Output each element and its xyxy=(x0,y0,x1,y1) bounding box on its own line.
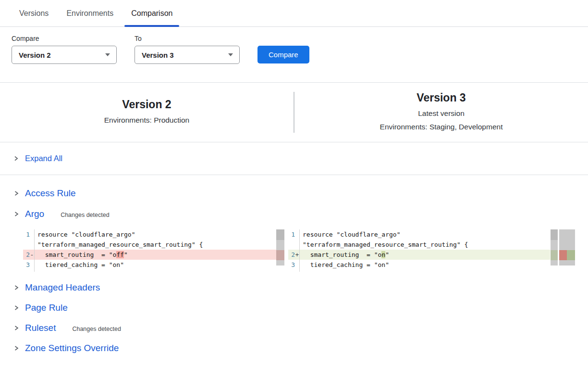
expand-all-label: Expand All xyxy=(25,154,62,163)
diff-line-wrap: "terraform_managed_resource_smart_routin… xyxy=(23,240,276,250)
version-left-header: Version 2 Environments: Production xyxy=(0,98,294,126)
diff-code-left: 1 resource "cloudflare_argo" "terraform_… xyxy=(23,229,276,272)
compare-to-select[interactable]: Version 3 xyxy=(135,46,240,64)
tab-comparison[interactable]: Comparison xyxy=(124,0,179,26)
scrollbar-thumb[interactable] xyxy=(276,229,284,240)
scrollbar-diff-marker xyxy=(276,250,284,260)
compare-from-label: Compare xyxy=(12,35,117,42)
line-number: 3 xyxy=(288,260,300,270)
line-number xyxy=(288,240,300,250)
section-label: Ruleset xyxy=(25,323,56,333)
diff-line-clipped: } xyxy=(23,270,276,272)
section-label: Zone Settings Override xyxy=(25,343,119,354)
chevron-right-icon xyxy=(13,325,19,331)
diff-line-clipped: } xyxy=(288,270,550,272)
section-label: Page Rule xyxy=(25,303,68,313)
chevron-right-icon xyxy=(13,211,19,217)
argo-diff-viewer: 1 resource "cloudflare_argo" "terraform_… xyxy=(23,229,575,272)
expand-all-toggle[interactable]: Expand All xyxy=(0,142,588,175)
chevron-down-icon xyxy=(228,53,233,56)
minimap-diff-marker xyxy=(559,250,575,260)
version-right-environments: Environments: Staging, Development xyxy=(294,120,588,133)
section-page-rule[interactable]: Page Rule xyxy=(13,303,588,313)
line-number xyxy=(23,240,35,250)
minimap-added-marker xyxy=(567,250,575,260)
compare-from-select[interactable]: Version 2 xyxy=(12,46,117,64)
line-number xyxy=(23,270,35,272)
diff-line: 3 tiered_caching = "on" xyxy=(288,260,550,270)
line-number xyxy=(288,270,300,272)
section-label: Managed Headers xyxy=(25,282,100,293)
diff-code-right: 1 resource "cloudflare_argo" "terraform_… xyxy=(288,229,550,272)
compare-from-field: Compare Version 2 xyxy=(12,35,117,64)
diff-line-wrap: "terraform_managed_resource_smart_routin… xyxy=(288,240,550,250)
changed-word: ff xyxy=(116,251,124,258)
compare-from-value: Version 2 xyxy=(19,51,51,59)
vertical-scrollbar[interactable] xyxy=(276,229,284,265)
resource-sections: Access Rule Argo Changes detected 1 reso… xyxy=(0,188,588,354)
version-left-environments: Environments: Production xyxy=(0,114,294,126)
section-argo[interactable]: Argo Changes detected xyxy=(13,209,588,219)
diff-line: 3 tiered_caching = "on" xyxy=(23,260,276,270)
chevron-right-icon xyxy=(13,284,19,291)
version-right-title: Version 3 xyxy=(294,91,588,104)
chevron-right-icon xyxy=(13,345,19,352)
compare-to-label: To xyxy=(135,35,240,42)
line-number: 1 xyxy=(23,229,35,240)
diff-line-removed: 2- smart_routing = "off" xyxy=(23,250,276,260)
chevron-down-icon xyxy=(105,53,110,56)
changes-badge: Changes detected xyxy=(61,212,109,218)
diff-line: 1 resource "cloudflare_argo" xyxy=(23,229,276,240)
scrollbar-diff-marker xyxy=(551,250,558,260)
section-label: Access Rule xyxy=(25,188,76,199)
changes-badge: Changes detected xyxy=(72,326,121,332)
line-number: 3 xyxy=(23,260,35,270)
section-label: Argo xyxy=(25,209,44,219)
section-ruleset[interactable]: Ruleset Changes detected xyxy=(13,323,588,333)
diff-line: 1 resource "cloudflare_argo" xyxy=(288,229,550,240)
section-access-rule[interactable]: Access Rule xyxy=(13,188,588,199)
version-right-subtitle: Latest version xyxy=(294,107,588,120)
scrollbar-thumb[interactable] xyxy=(551,229,558,240)
line-number: 2- xyxy=(23,250,35,260)
section-managed-headers[interactable]: Managed Headers xyxy=(13,282,588,293)
tab-bar: Versions Environments Comparison xyxy=(0,0,588,27)
chevron-right-icon xyxy=(13,155,19,162)
line-number: 2+ xyxy=(288,250,300,260)
minimap-removed-marker xyxy=(559,250,567,260)
line-number: 1 xyxy=(288,229,300,240)
version-right-header: Version 3 Latest version Environments: S… xyxy=(294,91,588,133)
chevron-right-icon xyxy=(13,190,19,197)
tab-environments[interactable]: Environments xyxy=(60,0,120,26)
vertical-scrollbar[interactable] xyxy=(551,229,558,265)
diff-pane-left: 1 resource "cloudflare_argo" "terraform_… xyxy=(23,229,284,272)
compare-to-value: Version 3 xyxy=(142,51,174,59)
compare-button[interactable]: Compare xyxy=(257,46,309,63)
version-left-title: Version 2 xyxy=(0,98,294,111)
section-zone-settings-override[interactable]: Zone Settings Override xyxy=(13,343,588,354)
comparison-header: Version 2 Environments: Production Versi… xyxy=(0,82,588,142)
diff-minimap[interactable] xyxy=(559,229,575,265)
compare-form: Compare Version 2 To Version 3 Compare xyxy=(0,27,588,64)
tab-versions[interactable]: Versions xyxy=(12,0,55,26)
diff-line-added: 2+ smart_routing = "on" xyxy=(288,250,550,260)
diff-pane-right: 1 resource "cloudflare_argo" "terraform_… xyxy=(288,229,575,272)
chevron-right-icon xyxy=(13,304,19,311)
compare-to-field: To Version 3 xyxy=(135,35,240,64)
